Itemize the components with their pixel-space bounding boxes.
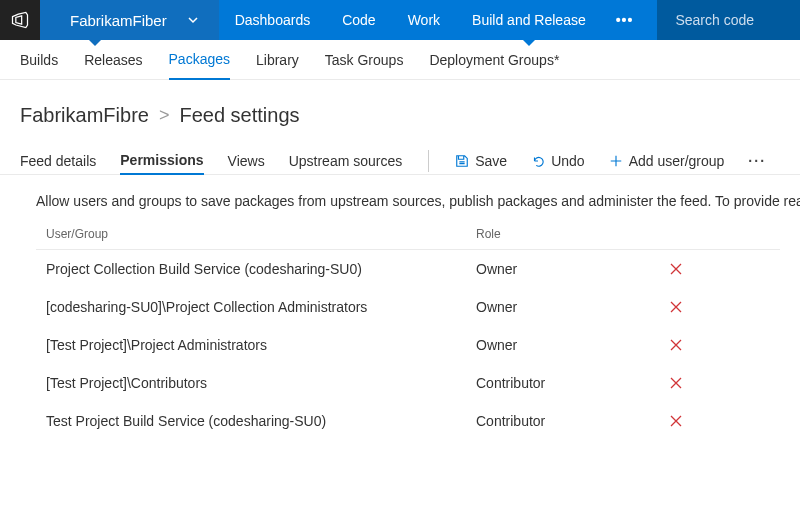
add-user-group-button[interactable]: Add user/group <box>609 153 725 169</box>
ellipsis-icon: ••• <box>616 12 634 28</box>
page-toolbar: Feed details Permissions Views Upstream … <box>0 135 800 175</box>
hub-label: Library <box>256 52 299 68</box>
hub-task-groups[interactable]: Task Groups <box>325 40 404 79</box>
nav-code[interactable]: Code <box>326 0 391 40</box>
page-title: Feed settings <box>179 104 299 127</box>
nav-label: Dashboards <box>235 12 311 28</box>
table-header-row: User/Group Role <box>36 219 780 250</box>
breadcrumb: FabrikamFibre > Feed settings <box>0 80 800 135</box>
nav-overflow[interactable]: ••• <box>602 0 648 40</box>
hub-packages[interactable]: Packages <box>169 41 230 80</box>
vsts-logo-icon <box>10 10 30 30</box>
cell-role: Owner <box>476 299 646 315</box>
project-name: FabrikamFiber <box>70 12 167 29</box>
table-row[interactable]: [Test Project]\Project Administrators Ow… <box>36 326 780 364</box>
action-label: Undo <box>551 153 584 169</box>
undo-icon <box>531 154 545 168</box>
cell-user-group: [Test Project]\Project Administrators <box>36 337 476 353</box>
close-icon <box>668 413 684 429</box>
chevron-down-icon <box>187 14 199 26</box>
toolbar-divider <box>428 150 429 172</box>
action-label: Add user/group <box>629 153 725 169</box>
delete-button[interactable] <box>668 375 684 391</box>
cell-role: Owner <box>476 261 646 277</box>
table-row[interactable]: [Test Project]\Contributors Contributor <box>36 364 780 402</box>
close-icon <box>668 337 684 353</box>
global-nav: FabrikamFiber Dashboards Code Work Build… <box>0 0 800 40</box>
cell-user-group: Project Collection Build Service (codesh… <box>36 261 476 277</box>
hub-label: Builds <box>20 52 58 68</box>
hub-label: Task Groups <box>325 52 404 68</box>
toolbar-overflow[interactable]: ··· <box>748 153 766 169</box>
vsts-logo[interactable] <box>0 0 40 40</box>
tab-feed-details[interactable]: Feed details <box>20 147 96 174</box>
project-switcher[interactable]: FabrikamFiber <box>40 0 219 40</box>
tab-label: Upstream sources <box>289 153 403 169</box>
header-user-group[interactable]: User/Group <box>36 227 476 241</box>
nav-label: Code <box>342 12 375 28</box>
close-icon <box>668 375 684 391</box>
breadcrumb-root[interactable]: FabrikamFibre <box>20 104 149 127</box>
cell-user-group: Test Project Build Service (codesharing-… <box>36 413 476 429</box>
cell-user-group: [codesharing-SU0]\Project Collection Adm… <box>36 299 476 315</box>
breadcrumb-separator-icon: > <box>159 105 170 126</box>
hub-label: Deployment Groups* <box>429 52 559 68</box>
nav-work[interactable]: Work <box>392 0 456 40</box>
tab-label: Permissions <box>120 152 203 168</box>
hub-deployment-groups[interactable]: Deployment Groups* <box>429 40 559 79</box>
tab-views[interactable]: Views <box>228 147 265 174</box>
tab-permissions[interactable]: Permissions <box>120 148 203 175</box>
hub-label: Packages <box>169 51 230 67</box>
delete-button[interactable] <box>668 413 684 429</box>
hub-builds[interactable]: Builds <box>20 40 58 79</box>
action-label: Save <box>475 153 507 169</box>
table-row[interactable]: Test Project Build Service (codesharing-… <box>36 402 780 440</box>
nav-label: Build and Release <box>472 12 586 28</box>
search-box[interactable]: Search code <box>657 0 800 40</box>
save-icon <box>455 154 469 168</box>
nav-build-release[interactable]: Build and Release <box>456 0 602 40</box>
plus-icon <box>609 154 623 168</box>
delete-button[interactable] <box>668 299 684 315</box>
save-button[interactable]: Save <box>455 153 507 169</box>
cell-role: Contributor <box>476 375 646 391</box>
nav-dashboards[interactable]: Dashboards <box>219 0 327 40</box>
ellipsis-icon: ··· <box>748 153 766 169</box>
nav-label: Work <box>408 12 440 28</box>
delete-button[interactable] <box>668 337 684 353</box>
tab-upstream-sources[interactable]: Upstream sources <box>289 147 403 174</box>
hub-nav: Builds Releases Packages Library Task Gr… <box>0 40 800 80</box>
primary-nav: Dashboards Code Work Build and Release •… <box>219 0 648 40</box>
search-placeholder: Search code <box>675 12 754 28</box>
table-row[interactable]: Project Collection Build Service (codesh… <box>36 250 780 288</box>
tab-label: Feed details <box>20 153 96 169</box>
permissions-description: Allow users and groups to save packages … <box>0 175 800 219</box>
undo-button[interactable]: Undo <box>531 153 584 169</box>
tab-label: Views <box>228 153 265 169</box>
hub-label: Releases <box>84 52 142 68</box>
cell-user-group: [Test Project]\Contributors <box>36 375 476 391</box>
close-icon <box>668 261 684 277</box>
delete-button[interactable] <box>668 261 684 277</box>
header-role[interactable]: Role <box>476 227 646 241</box>
cell-role: Owner <box>476 337 646 353</box>
table-row[interactable]: [codesharing-SU0]\Project Collection Adm… <box>36 288 780 326</box>
cell-role: Contributor <box>476 413 646 429</box>
hub-library[interactable]: Library <box>256 40 299 79</box>
close-icon <box>668 299 684 315</box>
permissions-table: User/Group Role Project Collection Build… <box>0 219 800 440</box>
